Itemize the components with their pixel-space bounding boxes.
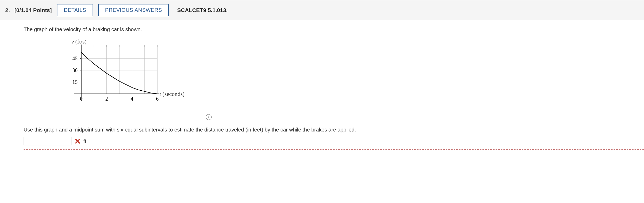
previous-answers-button[interactable]: PREVIOUS ANSWERS	[98, 4, 169, 16]
x-axis-unit: (seconds)	[163, 91, 185, 97]
prompt-text: The graph of the velocity of a braking c…	[24, 26, 644, 32]
x-axis-label: t (seconds)	[159, 91, 185, 97]
svg-text:6: 6	[156, 96, 159, 102]
answer-unit: ft	[83, 138, 86, 144]
svg-text:45: 45	[72, 56, 78, 61]
points-label: 2. [0/1.04 Points]	[5, 7, 52, 13]
book-reference: SCALCET9 5.1.013.	[177, 7, 228, 13]
wrong-icon	[75, 139, 80, 144]
svg-text:4: 4	[131, 96, 133, 102]
details-button[interactable]: DETAILS	[57, 4, 93, 16]
svg-text:15: 15	[72, 79, 78, 85]
question-number: 2.	[5, 7, 10, 13]
x-axis-symbol: t	[159, 91, 161, 97]
y-axis-label: v (ft/s)	[71, 38, 87, 45]
question-header: 2. [0/1.04 Points] DETAILS PREVIOUS ANSW…	[0, 0, 644, 20]
svg-text:2: 2	[105, 96, 108, 102]
answer-input[interactable]	[24, 137, 72, 145]
question-text: Use this graph and a midpoint sum with s…	[24, 127, 644, 133]
svg-text:30: 30	[72, 67, 78, 73]
y-axis-symbol: v	[71, 38, 74, 45]
chart-svg: 1530450246	[42, 39, 210, 112]
velocity-chart: v (ft/s) t (seconds) 1530450246 i	[42, 39, 210, 117]
answer-row: ft	[24, 137, 644, 145]
info-icon[interactable]: i	[206, 114, 212, 120]
points-text: [0/1.04 Points]	[14, 7, 52, 13]
section-divider	[24, 149, 644, 150]
svg-text:0: 0	[80, 96, 83, 102]
y-axis-unit: (ft/s)	[75, 38, 87, 45]
